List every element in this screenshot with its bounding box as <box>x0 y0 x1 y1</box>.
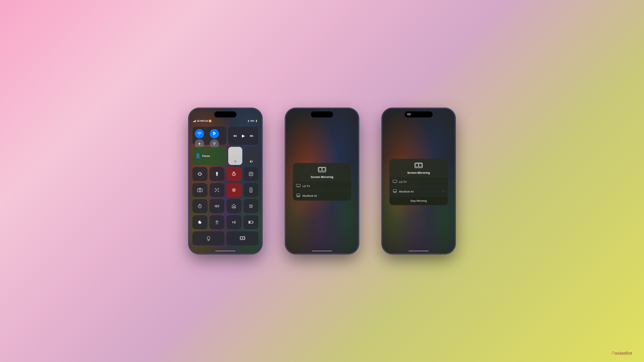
calculator-button[interactable] <box>244 167 258 181</box>
battery-percent: 64% <box>250 120 254 122</box>
svg-point-0 <box>199 143 200 144</box>
mirroring-title-3: Screen Mirroring <box>407 171 430 174</box>
mirroring-device-macbook-3[interactable]: MacBook Air ✓ <box>390 187 448 196</box>
svg-rect-8 <box>216 189 217 190</box>
media-controls: ⏮ ▶ ⏭ <box>228 127 258 145</box>
svg-rect-9 <box>217 189 218 190</box>
alarm-button[interactable] <box>244 199 258 213</box>
wifi-icon: 📶 <box>209 120 212 122</box>
svg-rect-3 <box>199 173 201 175</box>
media-back-icon[interactable]: ⏮ <box>233 134 237 138</box>
home-indicator-2 <box>312 251 332 251</box>
hearing-button[interactable] <box>192 231 224 245</box>
status-left: EE WiFiCall 📶 <box>193 120 212 122</box>
svg-rect-31 <box>296 184 300 187</box>
stop-mirroring-button[interactable]: Stop Mirroring <box>390 196 448 205</box>
svg-point-1 <box>214 144 215 145</box>
status-bar-1: EE WiFiCall 📶 🔋 64% 🔋 <box>193 120 258 122</box>
lgtv-label-3: LG TV <box>399 180 406 183</box>
signal-bar-4 <box>196 120 196 122</box>
phone-3: Screen Mirroring LG TV <box>382 109 455 253</box>
record-button[interactable] <box>226 183 242 197</box>
lgtv-icon-3 <box>393 180 397 184</box>
svg-rect-34 <box>408 114 409 115</box>
status-right: 🔋 64% 🔋 <box>247 120 258 122</box>
screen-mirroring-popup-2: Screen Mirroring LG TV <box>293 163 351 201</box>
svg-rect-38 <box>419 163 422 167</box>
remote-button[interactable] <box>244 183 258 197</box>
home-indicator-1 <box>215 251 236 251</box>
dynamic-island-1 <box>214 111 236 117</box>
mirroring-header-2: Screen Mirroring <box>293 163 351 181</box>
focus-person-icon: 👤 <box>195 153 201 158</box>
macbook-label-2: MacBook Air <box>302 194 317 197</box>
lgtv-icon-2 <box>296 184 300 188</box>
mirroring-device-lgtv-2[interactable]: LG TV <box>293 181 351 191</box>
phone-2: Screen Mirroring LG TV <box>286 109 358 253</box>
watermark-rest: ocketlint <box>614 351 632 356</box>
mirroring-device-list-2: LG TV MacBook Air <box>293 181 351 201</box>
svg-rect-35 <box>409 114 410 115</box>
carrier-label: EE WiFiCall <box>197 120 208 122</box>
battery-icon-sm: 🔋 <box>247 120 250 122</box>
home-button[interactable] <box>226 199 242 213</box>
svg-rect-23 <box>249 221 250 223</box>
macbook-label-3: MacBook Air <box>399 190 414 193</box>
svg-rect-24 <box>253 222 253 223</box>
signal-bar-3 <box>194 120 195 122</box>
low-battery-button[interactable] <box>244 215 258 229</box>
media-play-icon[interactable]: ▶ <box>242 133 245 138</box>
signal-bar-1 <box>193 121 194 122</box>
signal-bars <box>193 120 196 122</box>
scan-button[interactable] <box>210 183 224 197</box>
stop-mirroring-label: Stop Mirroring <box>410 199 427 202</box>
svg-point-21 <box>216 220 217 221</box>
svg-rect-37 <box>416 163 418 167</box>
bluetooth-button[interactable] <box>210 129 219 138</box>
mirroring-icon-3 <box>414 163 422 170</box>
svg-point-7 <box>199 190 201 191</box>
svg-rect-16 <box>250 190 252 190</box>
screen-mirror-bottom-button[interactable] <box>226 231 258 245</box>
mirroring-device-list-3: LG TV MacBook Air ✓ <box>390 177 448 196</box>
checkmark-icon-3: ✓ <box>442 190 444 193</box>
stopwatch-button[interactable] <box>192 199 208 213</box>
dynamic-island-2 <box>311 111 333 117</box>
svg-rect-27 <box>243 237 244 239</box>
mirroring-device-lgtv-3[interactable]: LG TV <box>390 177 448 187</box>
phone-1: EE WiFiCall 📶 🔋 64% 🔋 <box>189 109 262 253</box>
screen-mirroring-popup-3: Screen Mirroring LG TV <box>390 159 448 205</box>
lgtv-label-2: LG TV <box>302 185 310 188</box>
svg-point-13 <box>233 189 235 191</box>
connectivity-panel <box>192 127 226 145</box>
volume-slider[interactable] <box>244 147 258 165</box>
svg-rect-40 <box>393 189 396 192</box>
focus-button[interactable]: 👤 Focus <box>192 147 226 165</box>
macbook-icon-3 <box>393 189 397 194</box>
mirroring-device-macbook-2[interactable]: MacBook Air <box>293 191 351 201</box>
battery-bar: 🔋 <box>255 120 258 122</box>
darkmode-button[interactable] <box>192 215 208 229</box>
accessibility-button[interactable] <box>210 215 224 229</box>
mirroring-header-3: Screen Mirroring <box>390 159 448 177</box>
vibrate-button[interactable] <box>192 167 208 181</box>
control-center-grid: ⏮ ▶ ⏭ 👤 Focus <box>192 127 258 243</box>
flashlight-button[interactable] <box>210 167 224 181</box>
watermark-p: P <box>612 350 615 356</box>
camera-button[interactable] <box>192 183 208 197</box>
svg-rect-5 <box>249 172 253 176</box>
media-forward-icon[interactable]: ⏭ <box>250 134 254 138</box>
timer-button[interactable] <box>226 167 242 181</box>
svg-rect-30 <box>322 168 325 171</box>
dynamic-island-3 <box>404 111 433 117</box>
svg-rect-29 <box>319 168 322 171</box>
wifi-button[interactable] <box>195 129 204 138</box>
svg-rect-18 <box>250 191 252 192</box>
svg-point-15 <box>250 189 251 189</box>
mirroring-title-2: Screen Mirroring <box>311 175 333 179</box>
noise-control-button[interactable] <box>226 215 242 229</box>
brightness-slider[interactable] <box>228 147 242 165</box>
svg-rect-11 <box>217 190 218 191</box>
soundwave-button[interactable] <box>210 199 224 213</box>
svg-point-2 <box>235 161 236 162</box>
